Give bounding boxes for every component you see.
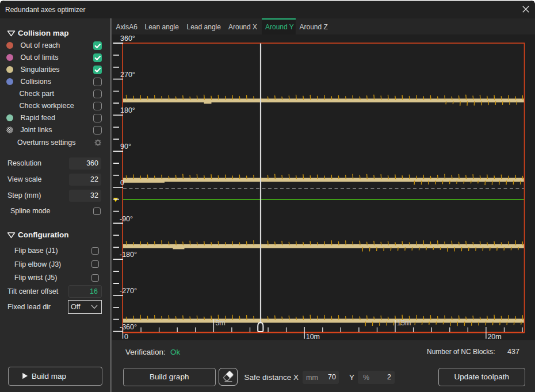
svg-text:90°: 90° [120,143,131,151]
svg-text:270°: 270° [120,71,135,79]
svg-text:10m: 10m [305,333,319,341]
svg-text:0: 0 [120,179,124,187]
svg-text:-270°: -270° [120,287,137,295]
svg-text:-360°: -360° [120,323,137,331]
svg-text:-180°: -180° [120,251,137,259]
svg-text:15m: 15m [397,319,411,327]
svg-text:5m: 5m [215,319,225,327]
svg-text:0: 0 [124,333,128,341]
svg-text:20m: 20m [487,333,501,341]
svg-text:360°: 360° [120,34,135,43]
svg-text:180°: 180° [120,106,135,114]
svg-text:-90°: -90° [120,215,133,223]
